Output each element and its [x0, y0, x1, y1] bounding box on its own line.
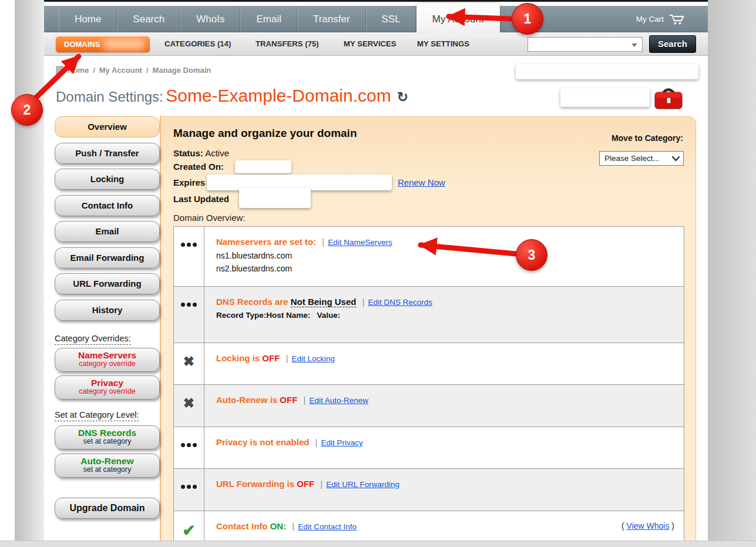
row-heading: Auto-Renew is [216, 395, 277, 405]
renew-now-link[interactable]: Renew Now [398, 177, 445, 187]
edit-contact-info-link[interactable]: Edit Contact Info [298, 522, 357, 531]
subnav-search-button[interactable]: Search [649, 35, 696, 53]
top-border-bar [44, 0, 708, 2]
breadcrumb-manage-domain[interactable]: Manage Domain [153, 66, 211, 75]
dots-icon [174, 427, 204, 468]
dns-status: Not Being Used [291, 297, 357, 307]
view-whois-link[interactable]: View Whois [627, 521, 670, 531]
page-title-domain: Some-Example-Domain.com [166, 86, 391, 105]
move-to-category-select[interactable]: Please Select... [599, 151, 684, 166]
combobox-dropdown-arrow-icon[interactable] [631, 43, 637, 47]
nav-tab-email[interactable]: Email [240, 6, 297, 32]
sidebar-item-privacy-override[interactable]: Privacy category override [55, 375, 160, 400]
account-sub-navigation: DOMAINS CATEGORIES (14) TRANSFERS (75) M… [44, 32, 708, 56]
nav-tab-home[interactable]: Home [59, 6, 117, 32]
sidebar-item-push-transfer[interactable]: Push / Transfer [55, 143, 160, 164]
domains-label: DOMAINS [64, 40, 100, 49]
domain-settings-page: Home Search WhoIs Email Transfer SSL My … [0, 0, 756, 547]
annotation-circle-3: 3 [516, 239, 547, 271]
sidebar-item-nameservers-override[interactable]: NameServers category override [55, 348, 160, 372]
nav-tab-whois[interactable]: WhoIs [180, 6, 240, 32]
status-value: Active [205, 148, 229, 158]
subnav-my-settings[interactable]: MY SETTINGS [417, 32, 469, 56]
sidebar-item-contact-info[interactable]: Contact Info [55, 195, 160, 216]
table-row-nameservers: Nameservers are set to: |Edit NameServer… [174, 227, 684, 287]
nav-tab-my-account[interactable]: My Account [416, 3, 500, 32]
sidebar-item-auto-renew-category[interactable]: Auto-Renew set at category [55, 454, 160, 478]
table-row-contact-info: ✔ Contact Info ON: |Edit Contact Info ( … [174, 511, 684, 541]
refresh-icon[interactable]: ↻ [397, 89, 408, 105]
redacted-box-top-right [516, 64, 698, 79]
page-title: Domain Settings: Some-Example-Domain.com… [56, 86, 408, 106]
nav-tabs: Home Search WhoIs Email Transfer SSL My … [44, 6, 708, 32]
upgrade-domain-button[interactable]: Upgrade Domain [55, 498, 160, 519]
redacted-created-date [235, 160, 291, 173]
category-title: DNS Records [55, 428, 159, 438]
breadcrumb-separator: / [146, 66, 149, 75]
status-row: Status: Active [173, 148, 229, 158]
locking-status: OFF [262, 353, 280, 363]
override-title: Privacy [55, 378, 159, 388]
move-to-category-label: Move to Category: [587, 133, 683, 143]
subnav-domains-button[interactable]: DOMAINS [56, 36, 150, 52]
dots-icon [174, 227, 204, 286]
subnav-my-services[interactable]: MY SERVICES [344, 32, 397, 56]
category-overrides-text: Category Overrides: [55, 334, 131, 345]
sidebar-item-url-forwarding[interactable]: URL Forwarding [55, 273, 160, 294]
separator: | [292, 521, 294, 531]
nav-tab-search[interactable]: Search [117, 6, 180, 32]
domain-overview-table: Nameservers are set to: |Edit NameServer… [173, 226, 684, 541]
auto-renew-status: OFF [280, 395, 297, 405]
breadcrumb-my-account[interactable]: My Account [99, 66, 142, 75]
nameserver-1: ns1.bluestardns.com [216, 250, 674, 263]
category-title: Auto-Renew [55, 456, 159, 466]
breadcrumb: Home / My Account / Manage Domain [56, 66, 211, 75]
sidebar-item-dns-records-category[interactable]: DNS Records set at category [55, 425, 160, 449]
subnav-categories[interactable]: CATEGORIES (14) [164, 32, 231, 56]
set-at-category-label[interactable]: Set at Category Level: [55, 410, 139, 420]
domain-overview-label: Domain Overview: [173, 213, 246, 223]
sidebar-item-overview[interactable]: Overview [55, 116, 160, 137]
whois-close-paren: ) [671, 521, 674, 531]
subnav-transfers[interactable]: TRANSFERS (75) [256, 32, 319, 56]
created-label: Created On: [173, 162, 224, 172]
table-row-url-forwarding: URL Forwarding is OFF |Edit URL Forwardi… [174, 469, 684, 511]
edit-privacy-link[interactable]: Edit Privacy [321, 438, 362, 447]
my-cart-button[interactable]: My Cart [636, 6, 684, 32]
checkmark-icon: ✔ [174, 511, 204, 541]
category-overrides-label[interactable]: Category Overrides: [55, 334, 131, 343]
whois-open-paren: ( [621, 521, 624, 531]
table-row-auto-renew: ✖ Auto-Renew is OFF |Edit Auto-Renew [174, 385, 684, 427]
x-icon: ✖ [174, 385, 204, 427]
toolbox-icon[interactable] [653, 85, 684, 112]
edit-dns-records-link[interactable]: Edit DNS Records [368, 298, 433, 307]
row-heading: Privacy is not enabled [216, 437, 309, 447]
domain-search-combobox[interactable] [527, 37, 643, 52]
dots-icon [174, 287, 204, 343]
override-subtitle: category override [55, 360, 159, 368]
updated-label: Last Updated [173, 194, 229, 204]
row-heading: Nameservers are set to: [216, 237, 316, 247]
sidebar-item-email-forwarding[interactable]: Email Forwarding [55, 247, 160, 269]
contact-info-status: ON: [270, 521, 287, 531]
edit-auto-renew-link[interactable]: Edit Auto-Renew [309, 396, 368, 405]
created-row: Created On: [173, 162, 224, 172]
nav-tab-ssl[interactable]: SSL [366, 6, 416, 32]
sidebar-item-history[interactable]: History [55, 300, 160, 321]
sidebar-item-email[interactable]: Email [55, 221, 160, 242]
nav-tab-transfer[interactable]: Transfer [297, 6, 366, 32]
edit-nameservers-link[interactable]: Edit NameServers [328, 238, 392, 247]
row-heading: Locking is [216, 353, 260, 363]
sidebar-item-locking[interactable]: Locking [55, 169, 160, 190]
url-forwarding-status: OFF [297, 479, 314, 489]
view-whois-wrap: ( View Whois ) [621, 521, 674, 531]
edit-locking-link[interactable]: Edit Locking [291, 354, 335, 363]
redacted-domain-count [103, 39, 145, 50]
dns-record-header: Record Type:Host Name: Value: [216, 311, 674, 320]
breadcrumb-home[interactable]: Home [68, 66, 89, 75]
edit-url-forwarding-link[interactable]: Edit URL Forwarding [326, 480, 399, 489]
main-navigation-bar: Home Search WhoIs Email Transfer SSL My … [44, 6, 708, 32]
redacted-updated-date [239, 188, 311, 208]
page-left-margin [15, 0, 44, 547]
table-row-privacy: Privacy is not enabled |Edit Privacy [174, 427, 684, 469]
